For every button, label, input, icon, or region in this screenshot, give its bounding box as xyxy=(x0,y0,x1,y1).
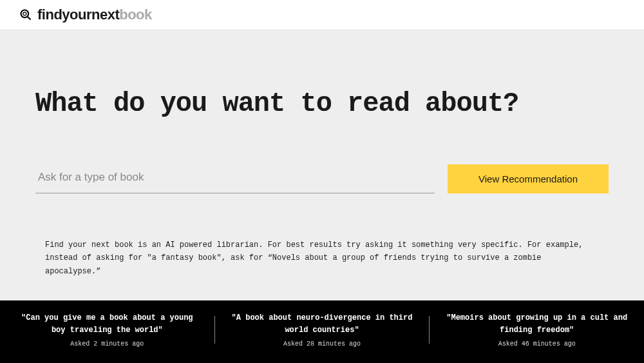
svg-point-0 xyxy=(21,10,29,18)
query-text: "Can you give me a book about a young bo… xyxy=(13,312,202,337)
query-card[interactable]: "Can you give me a book about a young bo… xyxy=(0,312,214,348)
logo-part2: book xyxy=(119,6,152,23)
description-text: Find your next book is an AI powered lib… xyxy=(35,239,609,278)
query-card[interactable]: "Memoirs about growing up in a cult and … xyxy=(430,312,644,348)
query-text: "A book about neuro-divergence in third … xyxy=(228,312,417,337)
header: findyournextbook xyxy=(0,0,644,30)
query-text: "Memoirs about growing up in a cult and … xyxy=(442,312,631,337)
recent-queries-list: "Can you give me a book about a young bo… xyxy=(0,300,644,363)
svg-point-2 xyxy=(23,12,26,15)
search-row: View Recommendation xyxy=(35,164,609,193)
query-card[interactable]: "A book about neuro-divergence in third … xyxy=(215,312,430,348)
query-time: Asked 28 minutes ago xyxy=(228,340,417,348)
search-icon xyxy=(19,8,32,21)
main-content: What do you want to read about? View Rec… xyxy=(0,30,644,324)
logo[interactable]: findyournextbook xyxy=(37,6,152,23)
svg-line-1 xyxy=(28,17,31,20)
view-recommendation-button[interactable]: View Recommendation xyxy=(448,164,609,193)
query-time: Asked 46 minutes ago xyxy=(442,340,631,348)
query-time: Asked 2 minutes ago xyxy=(13,340,202,348)
logo-part1: findyournext xyxy=(37,6,119,23)
page-heading: What do you want to read about? xyxy=(35,88,609,119)
search-input[interactable] xyxy=(35,164,435,193)
